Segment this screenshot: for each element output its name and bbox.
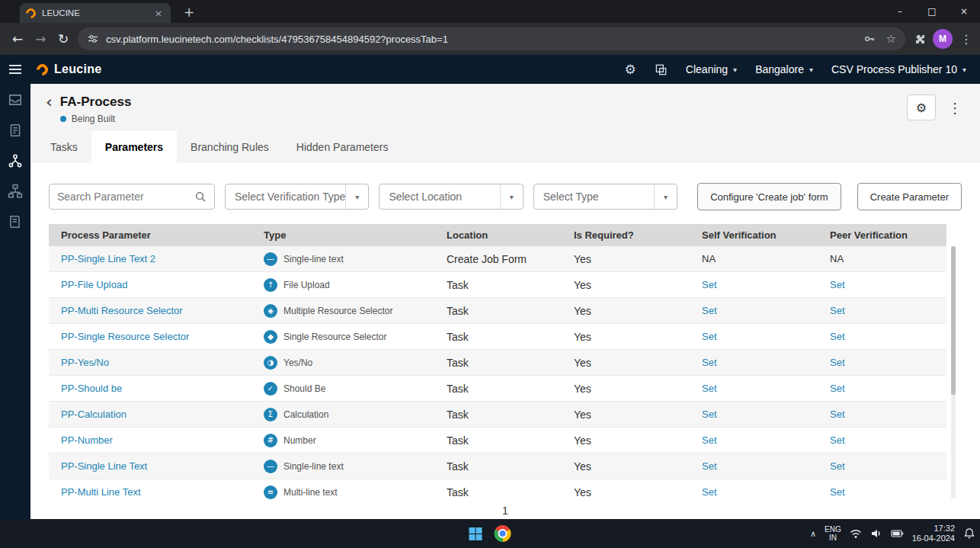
browser-titlebar: LEUCINE × + – □ ×: [0, 0, 980, 23]
parameter-name-link[interactable]: PP-File Upload: [61, 279, 127, 290]
self-verification-cell[interactable]: Set: [702, 279, 717, 290]
address-bar[interactable]: csv.platform.leucinetech.com/checklists/…: [78, 27, 905, 50]
chevron-down-icon: ▾: [500, 184, 523, 209]
more-options-icon[interactable]: ⋮: [948, 100, 962, 116]
parameters-table: Process Parameter Type Location Is Requi…: [49, 224, 946, 499]
close-icon[interactable]: ×: [948, 0, 980, 23]
peer-verification-cell[interactable]: Set: [830, 357, 845, 368]
self-verification-cell: NA: [702, 253, 716, 264]
peer-verification-cell[interactable]: Set: [830, 409, 845, 420]
peer-verification-cell[interactable]: Set: [830, 434, 845, 446]
type-select[interactable]: Select Type ▾: [533, 184, 677, 210]
speaker-icon[interactable]: [870, 528, 882, 539]
bookmark-star-icon[interactable]: ☆: [886, 32, 896, 46]
parameter-name-link[interactable]: PP-Multi Resource Selector: [61, 305, 183, 316]
parameter-name-link[interactable]: PP-Single Resource Selector: [61, 331, 189, 342]
self-verification-cell[interactable]: Set: [702, 331, 717, 342]
create-parameter-button[interactable]: Create Parameter: [857, 183, 962, 210]
process-icon[interactable]: [8, 153, 23, 168]
wifi-icon[interactable]: [850, 528, 862, 539]
parameter-type-label: Calculation: [283, 409, 328, 420]
back-chevron-icon[interactable]: ‹: [46, 94, 53, 111]
yes-no-icon: ◑: [264, 356, 277, 370]
tab-branching-rules[interactable]: Branching Rules: [177, 131, 283, 163]
number-icon: #: [264, 434, 277, 447]
self-verification-cell[interactable]: Set: [702, 486, 717, 498]
location-cell: Task: [434, 486, 562, 498]
forward-icon[interactable]: →: [29, 27, 52, 50]
table-row: PP-Single Line Text — Single-line text T…: [49, 453, 946, 479]
browser-navbar: ← → ↻ csv.platform.leucinetech.com/check…: [0, 23, 980, 55]
process-settings-button[interactable]: ⚙: [907, 95, 936, 120]
tab-tasks[interactable]: Tasks: [37, 131, 91, 163]
use-case-dropdown[interactable]: Cleaning ▾: [686, 63, 737, 75]
self-verification-cell[interactable]: Set: [702, 409, 717, 420]
location-select[interactable]: Select Location ▾: [379, 184, 523, 210]
extensions-puzzle-icon[interactable]: [913, 32, 927, 46]
tab-parameters[interactable]: Parameters: [91, 131, 177, 163]
browser-menu-icon[interactable]: ⋮: [959, 32, 974, 46]
parameter-name-link[interactable]: PP-Single Line Text: [61, 460, 147, 472]
table-row: PP-Multi Resource Selector ◈ Multiple Re…: [49, 298, 946, 324]
chrome-taskbar-icon[interactable]: [495, 525, 511, 542]
windows-start-icon[interactable]: [469, 527, 482, 540]
password-key-icon[interactable]: [863, 33, 876, 45]
peer-verification-cell[interactable]: Set: [830, 279, 845, 290]
is-required-cell: Yes: [562, 460, 690, 473]
back-icon[interactable]: ←: [6, 27, 29, 50]
battery-icon[interactable]: [891, 529, 904, 538]
facility-dropdown[interactable]: Bangalore ▾: [755, 63, 813, 75]
peer-verification-cell[interactable]: Set: [830, 486, 845, 498]
page-number[interactable]: 1: [502, 505, 508, 517]
url-text[interactable]: csv.platform.leucinetech.com/checklists/…: [106, 34, 856, 45]
peer-verification-cell[interactable]: Set: [830, 383, 845, 394]
self-verification-cell[interactable]: Set: [702, 305, 717, 316]
self-verification-cell[interactable]: Set: [702, 383, 717, 394]
configure-create-job-form-button[interactable]: Configure 'Create job' form: [697, 183, 841, 210]
self-verification-cell[interactable]: Set: [702, 434, 717, 446]
profile-avatar[interactable]: M: [933, 29, 953, 49]
peer-verification-cell[interactable]: Set: [830, 305, 845, 316]
tab-close-icon[interactable]: ×: [152, 8, 165, 19]
verification-type-select[interactable]: Select Verification Type ▾: [225, 184, 369, 210]
module-switcher-icon[interactable]: [655, 63, 668, 76]
site-settings-icon[interactable]: [87, 33, 99, 45]
single-resource-selector-icon: ◆: [264, 330, 277, 344]
minimize-icon[interactable]: –: [884, 0, 916, 23]
inbox-icon[interactable]: [8, 92, 23, 107]
location-cell: Task: [434, 409, 562, 421]
peer-verification-cell[interactable]: Set: [830, 331, 845, 342]
table-body: PP-Single Line Text 2 — Single-line text…: [49, 246, 946, 499]
taskbar-clock[interactable]: 17:32 16-04-2024: [912, 524, 955, 543]
parameter-name-link[interactable]: PP-Number: [61, 434, 113, 446]
self-verification-cell[interactable]: Set: [702, 460, 717, 472]
leucine-logo[interactable]: Leucine: [37, 62, 102, 76]
reports-icon[interactable]: [8, 214, 23, 229]
search-icon: [194, 191, 207, 203]
tray-expand-icon[interactable]: ∧: [810, 529, 816, 539]
parameter-name-link[interactable]: PP-Should be: [61, 383, 122, 394]
search-input[interactable]: [57, 191, 194, 203]
col-process-parameter: Process Parameter: [49, 229, 251, 241]
parameter-name-link[interactable]: PP-Multi Line Text: [61, 486, 141, 498]
gear-icon[interactable]: ⚙: [625, 62, 636, 77]
notification-bell-icon[interactable]: [963, 527, 975, 540]
parameter-name-link[interactable]: PP-Yes/No: [61, 357, 109, 368]
parameter-type-label: Single-line text: [283, 461, 344, 472]
user-role-dropdown[interactable]: CSV Process Publisher 10 ▾: [831, 63, 966, 75]
tab-hidden-parameters[interactable]: Hidden Parameters: [283, 131, 402, 163]
hamburger-menu-icon[interactable]: [0, 65, 30, 74]
search-box[interactable]: [49, 184, 215, 210]
new-tab-button[interactable]: +: [180, 3, 198, 21]
maximize-icon[interactable]: □: [916, 0, 948, 23]
browser-tab[interactable]: LEUCINE ×: [20, 3, 171, 23]
parameter-name-link[interactable]: PP-Calculation: [61, 409, 127, 420]
parameter-name-link[interactable]: PP-Single Line Text 2: [61, 253, 155, 264]
checklist-icon[interactable]: [8, 123, 23, 138]
scrollbar-thumb[interactable]: [951, 246, 956, 395]
reload-icon[interactable]: ↻: [52, 27, 75, 50]
self-verification-cell[interactable]: Set: [702, 357, 717, 368]
language-indicator[interactable]: ENG IN: [825, 525, 841, 542]
peer-verification-cell[interactable]: Set: [830, 460, 845, 472]
ontology-icon[interactable]: [8, 184, 23, 199]
